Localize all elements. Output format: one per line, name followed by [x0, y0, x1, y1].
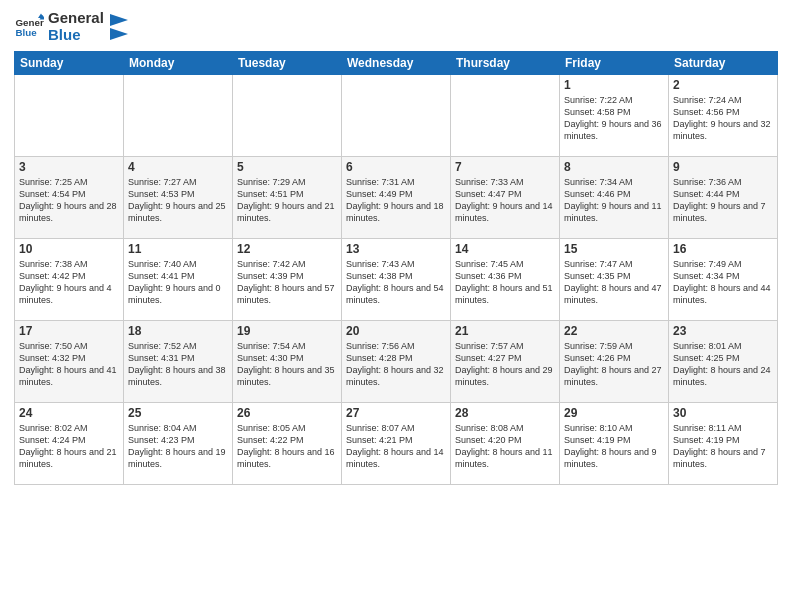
day-number: 19: [237, 324, 337, 338]
day-info: Sunrise: 7:31 AMSunset: 4:49 PMDaylight:…: [346, 176, 446, 225]
day-number: 16: [673, 242, 773, 256]
day-number: 7: [455, 160, 555, 174]
day-number: 26: [237, 406, 337, 420]
calendar-header-saturday: Saturday: [669, 52, 778, 75]
calendar-cell: 6Sunrise: 7:31 AMSunset: 4:49 PMDaylight…: [342, 157, 451, 239]
day-number: 29: [564, 406, 664, 420]
day-number: 22: [564, 324, 664, 338]
day-info: Sunrise: 8:08 AMSunset: 4:20 PMDaylight:…: [455, 422, 555, 471]
calendar-cell: 3Sunrise: 7:25 AMSunset: 4:54 PMDaylight…: [15, 157, 124, 239]
calendar-cell: 18Sunrise: 7:52 AMSunset: 4:31 PMDayligh…: [124, 321, 233, 403]
page-container: General Blue General Blue SundayMondayTu…: [0, 0, 792, 612]
day-info: Sunrise: 7:22 AMSunset: 4:58 PMDaylight:…: [564, 94, 664, 143]
calendar-week-row: 24Sunrise: 8:02 AMSunset: 4:24 PMDayligh…: [15, 403, 778, 485]
day-number: 6: [346, 160, 446, 174]
calendar-cell: 1Sunrise: 7:22 AMSunset: 4:58 PMDaylight…: [560, 75, 669, 157]
day-info: Sunrise: 7:59 AMSunset: 4:26 PMDaylight:…: [564, 340, 664, 389]
calendar-header-friday: Friday: [560, 52, 669, 75]
logo: General Blue General Blue: [14, 10, 128, 43]
calendar-cell: 19Sunrise: 7:54 AMSunset: 4:30 PMDayligh…: [233, 321, 342, 403]
day-number: 5: [237, 160, 337, 174]
calendar-cell: 24Sunrise: 8:02 AMSunset: 4:24 PMDayligh…: [15, 403, 124, 485]
logo-flag-icon: [108, 12, 128, 42]
day-info: Sunrise: 8:02 AMSunset: 4:24 PMDaylight:…: [19, 422, 119, 471]
calendar-cell: 4Sunrise: 7:27 AMSunset: 4:53 PMDaylight…: [124, 157, 233, 239]
day-number: 21: [455, 324, 555, 338]
day-info: Sunrise: 7:50 AMSunset: 4:32 PMDaylight:…: [19, 340, 119, 389]
day-number: 23: [673, 324, 773, 338]
day-info: Sunrise: 7:42 AMSunset: 4:39 PMDaylight:…: [237, 258, 337, 307]
calendar-week-row: 3Sunrise: 7:25 AMSunset: 4:54 PMDaylight…: [15, 157, 778, 239]
calendar-cell: 17Sunrise: 7:50 AMSunset: 4:32 PMDayligh…: [15, 321, 124, 403]
calendar-cell: 23Sunrise: 8:01 AMSunset: 4:25 PMDayligh…: [669, 321, 778, 403]
svg-marker-4: [110, 14, 128, 26]
day-info: Sunrise: 7:24 AMSunset: 4:56 PMDaylight:…: [673, 94, 773, 143]
day-info: Sunrise: 8:10 AMSunset: 4:19 PMDaylight:…: [564, 422, 664, 471]
calendar-header-tuesday: Tuesday: [233, 52, 342, 75]
calendar-cell: 20Sunrise: 7:56 AMSunset: 4:28 PMDayligh…: [342, 321, 451, 403]
day-number: 15: [564, 242, 664, 256]
day-number: 17: [19, 324, 119, 338]
calendar-cell: 10Sunrise: 7:38 AMSunset: 4:42 PMDayligh…: [15, 239, 124, 321]
day-info: Sunrise: 7:36 AMSunset: 4:44 PMDaylight:…: [673, 176, 773, 225]
calendar-cell: 26Sunrise: 8:05 AMSunset: 4:22 PMDayligh…: [233, 403, 342, 485]
calendar-week-row: 17Sunrise: 7:50 AMSunset: 4:32 PMDayligh…: [15, 321, 778, 403]
day-info: Sunrise: 7:34 AMSunset: 4:46 PMDaylight:…: [564, 176, 664, 225]
calendar-header-sunday: Sunday: [15, 52, 124, 75]
calendar-cell: 29Sunrise: 8:10 AMSunset: 4:19 PMDayligh…: [560, 403, 669, 485]
logo-blue: Blue: [48, 27, 104, 44]
logo-general: General: [48, 10, 104, 27]
calendar-cell: 28Sunrise: 8:08 AMSunset: 4:20 PMDayligh…: [451, 403, 560, 485]
day-number: 24: [19, 406, 119, 420]
calendar-cell: 16Sunrise: 7:49 AMSunset: 4:34 PMDayligh…: [669, 239, 778, 321]
calendar-cell: 13Sunrise: 7:43 AMSunset: 4:38 PMDayligh…: [342, 239, 451, 321]
calendar-cell: [342, 75, 451, 157]
day-info: Sunrise: 8:05 AMSunset: 4:22 PMDaylight:…: [237, 422, 337, 471]
day-number: 9: [673, 160, 773, 174]
calendar-week-row: 1Sunrise: 7:22 AMSunset: 4:58 PMDaylight…: [15, 75, 778, 157]
calendar-cell: 27Sunrise: 8:07 AMSunset: 4:21 PMDayligh…: [342, 403, 451, 485]
calendar-cell: 2Sunrise: 7:24 AMSunset: 4:56 PMDaylight…: [669, 75, 778, 157]
calendar-cell: 12Sunrise: 7:42 AMSunset: 4:39 PMDayligh…: [233, 239, 342, 321]
calendar-cell: 25Sunrise: 8:04 AMSunset: 4:23 PMDayligh…: [124, 403, 233, 485]
calendar-cell: 21Sunrise: 7:57 AMSunset: 4:27 PMDayligh…: [451, 321, 560, 403]
day-info: Sunrise: 8:11 AMSunset: 4:19 PMDaylight:…: [673, 422, 773, 471]
day-number: 18: [128, 324, 228, 338]
svg-text:Blue: Blue: [16, 27, 38, 38]
day-number: 11: [128, 242, 228, 256]
calendar-header-monday: Monday: [124, 52, 233, 75]
calendar-cell: 11Sunrise: 7:40 AMSunset: 4:41 PMDayligh…: [124, 239, 233, 321]
calendar-cell: [233, 75, 342, 157]
calendar-cell: 8Sunrise: 7:34 AMSunset: 4:46 PMDaylight…: [560, 157, 669, 239]
day-number: 14: [455, 242, 555, 256]
day-number: 10: [19, 242, 119, 256]
calendar-cell: 22Sunrise: 7:59 AMSunset: 4:26 PMDayligh…: [560, 321, 669, 403]
day-info: Sunrise: 7:49 AMSunset: 4:34 PMDaylight:…: [673, 258, 773, 307]
calendar-table: SundayMondayTuesdayWednesdayThursdayFrid…: [14, 51, 778, 485]
day-info: Sunrise: 7:54 AMSunset: 4:30 PMDaylight:…: [237, 340, 337, 389]
day-number: 30: [673, 406, 773, 420]
day-number: 12: [237, 242, 337, 256]
day-info: Sunrise: 8:04 AMSunset: 4:23 PMDaylight:…: [128, 422, 228, 471]
day-info: Sunrise: 7:40 AMSunset: 4:41 PMDaylight:…: [128, 258, 228, 307]
day-info: Sunrise: 7:38 AMSunset: 4:42 PMDaylight:…: [19, 258, 119, 307]
day-info: Sunrise: 7:45 AMSunset: 4:36 PMDaylight:…: [455, 258, 555, 307]
calendar-cell: 5Sunrise: 7:29 AMSunset: 4:51 PMDaylight…: [233, 157, 342, 239]
calendar-cell: [124, 75, 233, 157]
calendar-cell: 7Sunrise: 7:33 AMSunset: 4:47 PMDaylight…: [451, 157, 560, 239]
day-info: Sunrise: 7:29 AMSunset: 4:51 PMDaylight:…: [237, 176, 337, 225]
day-number: 25: [128, 406, 228, 420]
calendar-cell: 9Sunrise: 7:36 AMSunset: 4:44 PMDaylight…: [669, 157, 778, 239]
day-number: 27: [346, 406, 446, 420]
day-number: 2: [673, 78, 773, 92]
calendar-cell: [451, 75, 560, 157]
page-header: General Blue General Blue: [14, 10, 778, 43]
day-number: 1: [564, 78, 664, 92]
calendar-cell: 30Sunrise: 8:11 AMSunset: 4:19 PMDayligh…: [669, 403, 778, 485]
day-info: Sunrise: 7:56 AMSunset: 4:28 PMDaylight:…: [346, 340, 446, 389]
day-number: 20: [346, 324, 446, 338]
day-info: Sunrise: 7:25 AMSunset: 4:54 PMDaylight:…: [19, 176, 119, 225]
calendar-cell: [15, 75, 124, 157]
day-info: Sunrise: 8:07 AMSunset: 4:21 PMDaylight:…: [346, 422, 446, 471]
day-number: 3: [19, 160, 119, 174]
